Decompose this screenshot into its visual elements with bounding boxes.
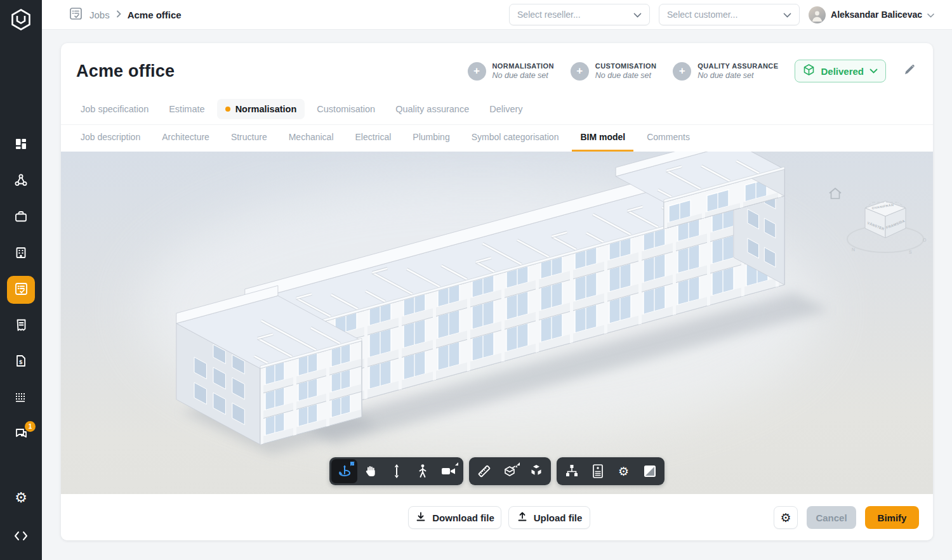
plus-icon[interactable]: + xyxy=(571,62,589,81)
app-logo-icon[interactable] xyxy=(10,8,32,35)
cancel-button[interactable]: Cancel xyxy=(807,506,856,529)
job-footer: Download file Upload file ⚙ Cancel Bimif… xyxy=(61,494,933,540)
milestone-due: No due date set xyxy=(595,71,656,80)
subtab-symbol-categorisation[interactable]: Symbol categorisation xyxy=(463,126,567,152)
svg-text:$: $ xyxy=(19,359,22,365)
properties-tool-button[interactable] xyxy=(585,459,611,483)
sidebar-nav: $ 1 xyxy=(7,131,35,448)
tab-label: Quality assurance xyxy=(395,104,469,114)
zoom-tool-button[interactable] xyxy=(383,459,409,483)
sidebar-item-network[interactable] xyxy=(7,167,35,195)
settings-gear-icon: ⚙ xyxy=(780,512,791,524)
package-cube-icon xyxy=(803,63,815,79)
customer-select-placeholder: Select customer... xyxy=(667,10,737,20)
walk-tool-button[interactable] xyxy=(409,459,435,483)
chevron-down-icon xyxy=(783,10,791,20)
subtab-job-description[interactable]: Job description xyxy=(72,126,149,152)
navigation-tool-group xyxy=(329,457,463,485)
section-subtabs: Job description Architecture Structure M… xyxy=(61,125,933,152)
tab-label: Estimate xyxy=(169,104,204,114)
orbit-tool-button[interactable] xyxy=(331,459,357,483)
tab-quality-assurance[interactable]: Quality assurance xyxy=(387,99,477,119)
topbar: Jobs Acme office Select reseller... Sele… xyxy=(42,0,952,30)
compass-east-label: Ö xyxy=(923,238,927,242)
milestone-quality-assurance[interactable]: + QUALITY ASSURANCE No due date set xyxy=(673,62,778,81)
subtab-comments[interactable]: Comments xyxy=(638,126,698,152)
tab-delivery[interactable]: Delivery xyxy=(481,99,531,119)
receipt-icon xyxy=(14,318,28,334)
tab-label: Delivery xyxy=(489,104,522,114)
breadcrumb: Jobs Acme office xyxy=(69,6,182,23)
messages-badge: 1 xyxy=(25,421,36,432)
subtab-plumbing[interactable]: Plumbing xyxy=(404,126,458,152)
subtab-architecture[interactable]: Architecture xyxy=(154,126,218,152)
download-label: Download file xyxy=(432,512,494,523)
milestone-label: QUALITY ASSURANCE xyxy=(697,62,778,70)
dashboard-icon xyxy=(14,137,28,153)
subtab-structure[interactable]: Structure xyxy=(223,126,275,152)
user-menu[interactable]: Aleksandar Balicevac xyxy=(809,6,934,23)
sidebar-item-dashboard[interactable] xyxy=(7,131,35,159)
sidebar-item-jobs[interactable] xyxy=(7,276,35,304)
reseller-select[interactable]: Select reseller... xyxy=(509,4,650,25)
sidebar-item-quotes[interactable]: $ xyxy=(7,348,35,376)
viewer-settings-tool-button[interactable]: ⚙ xyxy=(611,459,637,483)
tab-customisation[interactable]: Customisation xyxy=(308,99,383,119)
reseller-select-placeholder: Select reseller... xyxy=(517,10,581,20)
upload-file-button[interactable]: Upload file xyxy=(508,506,590,529)
job-settings-button[interactable]: ⚙ xyxy=(774,506,798,529)
sidebar-footer: ⚙ xyxy=(0,484,42,551)
home-view-button[interactable] xyxy=(828,186,843,203)
sidebar: $ 1 ⚙ xyxy=(0,0,42,560)
plus-icon[interactable]: + xyxy=(673,62,691,81)
sidebar-item-messages[interactable]: 1 xyxy=(7,420,35,448)
milestone-normalisation[interactable]: + NORMALISATION No due date set xyxy=(468,62,554,81)
subtab-mechanical[interactable]: Mechanical xyxy=(281,126,342,152)
sidebar-item-symbols[interactable] xyxy=(7,384,35,412)
tab-label: Job specification xyxy=(81,104,149,114)
sidebar-collapse-button[interactable] xyxy=(7,523,35,551)
milestone-label: NORMALISATION xyxy=(493,62,554,70)
bim-3d-viewport[interactable]: OVANIFRÅN VÄNSTER FRAMSIDA N S Ö xyxy=(61,152,933,495)
sidebar-item-settings[interactable]: ⚙ xyxy=(7,484,35,512)
user-avatar xyxy=(809,6,826,23)
sidebar-item-company[interactable] xyxy=(7,240,35,268)
fullscreen-tool-button[interactable] xyxy=(637,459,663,483)
edit-job-button[interactable] xyxy=(902,63,916,79)
subtab-bim-model[interactable]: BIM model xyxy=(572,126,633,152)
milestone-customisation[interactable]: + CUSTOMISATION No due date set xyxy=(571,62,656,81)
analysis-tool-group xyxy=(469,457,551,485)
milestone-due: No due date set xyxy=(697,71,778,80)
tab-normalisation[interactable]: Normalisation xyxy=(217,99,305,119)
measure-tool-button[interactable] xyxy=(471,459,497,483)
viewer-toolbar: ⚙ xyxy=(329,457,664,485)
camera-tool-button[interactable] xyxy=(435,459,461,483)
upload-label: Upload file xyxy=(534,512,583,523)
model-tree-tool-button[interactable] xyxy=(559,459,585,483)
active-tab-dot-icon xyxy=(225,107,230,112)
user-name: Aleksandar Balicevac xyxy=(831,10,922,20)
customer-select[interactable]: Select customer... xyxy=(659,4,800,25)
section-tool-button[interactable] xyxy=(497,459,523,483)
sidebar-item-invoices[interactable] xyxy=(7,312,35,340)
tool-dropdown-indicator xyxy=(516,462,520,466)
sidebar-item-projects[interactable] xyxy=(7,204,35,231)
dot-grid-icon xyxy=(14,390,28,407)
breadcrumb-jobs-link[interactable]: Jobs xyxy=(89,10,110,20)
tab-job-specification[interactable]: Job specification xyxy=(72,99,157,119)
pan-tool-button[interactable] xyxy=(357,459,383,483)
pencil-icon xyxy=(902,63,916,79)
view-cube[interactable]: OVANIFRÅN VÄNSTER FRAMSIDA N S Ö xyxy=(843,191,928,262)
chevron-down-icon xyxy=(633,10,642,20)
building-icon xyxy=(14,245,28,262)
download-file-button[interactable]: Download file xyxy=(408,506,501,529)
compass-s-label: S xyxy=(909,250,912,254)
explode-tool-button[interactable] xyxy=(523,459,549,483)
job-card: Acme office + NORMALISATION No due date … xyxy=(61,43,933,540)
bimify-button[interactable]: Bimify xyxy=(865,506,919,529)
subtab-electrical[interactable]: Electrical xyxy=(347,126,400,152)
plus-icon[interactable]: + xyxy=(468,62,486,81)
tab-estimate[interactable]: Estimate xyxy=(161,99,213,119)
status-dropdown[interactable]: Delivered xyxy=(795,60,886,82)
page-title: Acme office xyxy=(76,62,175,81)
